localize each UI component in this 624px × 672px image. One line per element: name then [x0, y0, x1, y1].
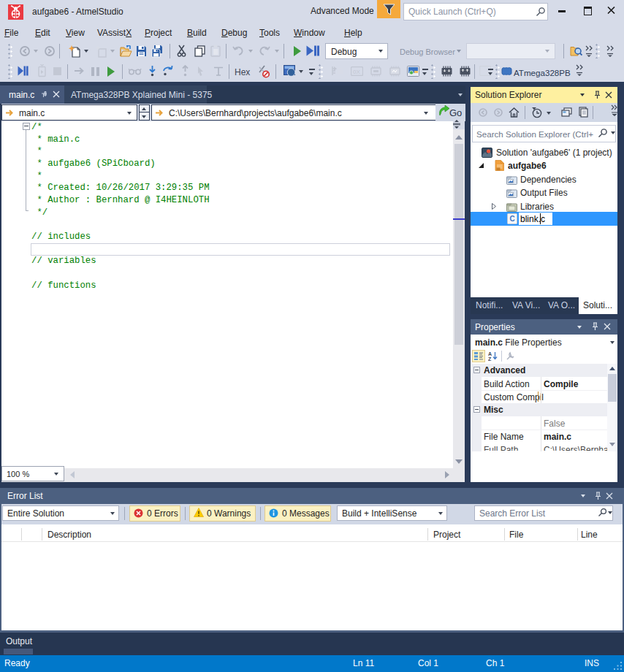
svg-text:A: A — [488, 351, 492, 356]
svg-text:0X: 0X — [353, 69, 360, 75]
svg-text:Z: Z — [488, 356, 492, 361]
svg-text:C: C — [509, 215, 514, 223]
